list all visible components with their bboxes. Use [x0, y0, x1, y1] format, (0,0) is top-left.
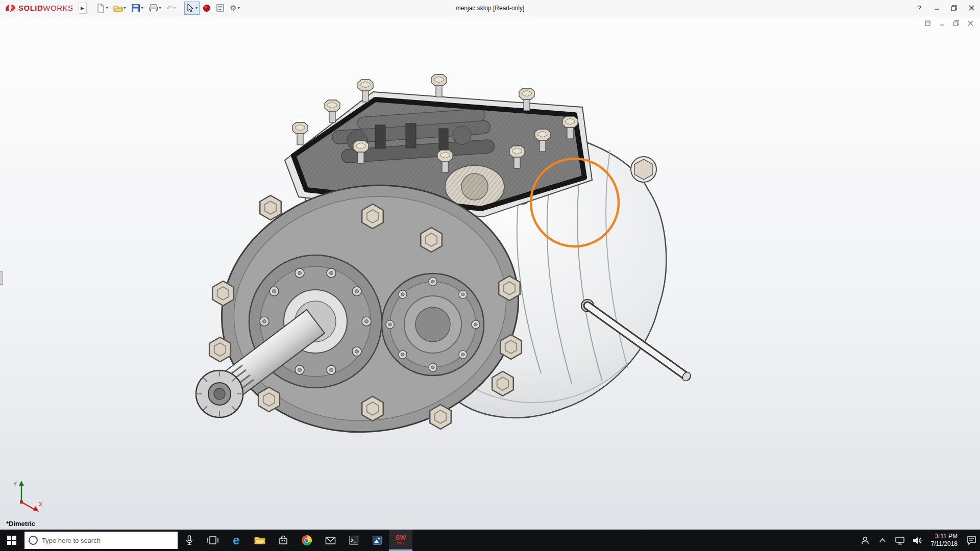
dropdown-caret[interactable]: ▾	[195, 6, 198, 10]
network-icon	[895, 536, 905, 545]
clock-time: 3:11 PM	[935, 533, 958, 540]
triad-x-label: X	[39, 501, 43, 507]
windows-logo-icon	[7, 536, 16, 545]
hidden-icons-button[interactable]	[874, 530, 891, 551]
people-icon	[861, 536, 870, 545]
dropdown-caret[interactable]: ▾	[174, 6, 176, 10]
restore-icon	[951, 5, 957, 11]
restore-button[interactable]	[945, 0, 963, 16]
task-view-icon	[207, 536, 218, 545]
action-center-icon	[967, 536, 976, 545]
dropdown-caret[interactable]: ▾	[159, 6, 161, 10]
select-tool-button[interactable]: ▾	[184, 2, 200, 15]
chrome-icon	[301, 535, 312, 546]
doc-close-icon	[967, 20, 974, 27]
dropdown-caret[interactable]: ▾	[124, 6, 126, 10]
system-tray: 3:11 PM 7/11/2018	[856, 530, 980, 551]
volume-button[interactable]	[909, 530, 926, 551]
new-document-icon	[96, 4, 105, 13]
windows-taskbar: e	[0, 530, 980, 551]
edge-icon: e	[233, 534, 239, 546]
triad-y-label: Y	[13, 481, 17, 487]
close-button[interactable]	[963, 0, 980, 16]
gearbox-assembly-model[interactable]	[0, 16, 980, 530]
chevron-up-icon	[879, 538, 886, 543]
command-prompt-button[interactable]	[342, 530, 365, 551]
photos-button[interactable]	[365, 530, 389, 551]
orientation-label: *Dimetric	[6, 520, 35, 528]
appearance-button[interactable]	[201, 2, 213, 15]
dropdown-caret[interactable]: ▾	[238, 6, 240, 10]
action-center-button[interactable]	[963, 530, 980, 551]
settings-button[interactable]: ⚙ ▾	[228, 2, 241, 15]
people-button[interactable]	[856, 530, 874, 551]
dropdown-caret[interactable]: ▾	[141, 6, 143, 10]
microphone-button[interactable]	[178, 530, 201, 551]
microphone-icon	[185, 535, 193, 545]
save-button[interactable]: ▾	[129, 2, 145, 15]
search-input[interactable]	[42, 537, 174, 544]
clock-date: 7/11/2018	[931, 540, 958, 548]
start-button[interactable]	[0, 530, 23, 551]
edge-button[interactable]: e	[225, 530, 248, 551]
help-button[interactable]: ?	[911, 0, 928, 16]
open-button[interactable]: ▾	[111, 2, 128, 15]
select-cursor-icon	[186, 4, 194, 13]
main-toolbar: ▾ ▾ ▾	[94, 2, 242, 15]
close-icon	[969, 5, 974, 11]
undo-button[interactable]: ↶ ▾	[164, 2, 178, 15]
new-document-button[interactable]: ▾	[94, 2, 110, 15]
orientation-triad: Y X	[9, 480, 45, 513]
title-bar: SOLIDWORKS ▶ ▾ ▾	[0, 0, 980, 16]
graphics-viewport[interactable]: Y X *Dimetric	[0, 16, 980, 530]
save-icon	[131, 4, 140, 13]
mail-button[interactable]	[318, 530, 342, 551]
chrome-button[interactable]	[295, 530, 318, 551]
solidworks-app-icon: SW 2017	[396, 534, 406, 545]
volume-icon	[912, 536, 922, 545]
dropdown-caret[interactable]: ▾	[106, 6, 108, 10]
doc-minimize-icon	[939, 20, 945, 27]
document-window-controls	[923, 18, 975, 28]
minimize-button[interactable]	[928, 0, 945, 16]
doc-minimize-button[interactable]	[937, 18, 946, 28]
minimize-icon	[934, 5, 940, 11]
ds-logo-icon	[4, 4, 16, 13]
print-button[interactable]: ▾	[146, 2, 163, 15]
mail-icon	[325, 536, 336, 545]
solidworks-taskbar-button[interactable]: SW 2017	[389, 530, 412, 551]
file-explorer-button[interactable]	[248, 530, 272, 551]
report-book-icon	[216, 4, 225, 12]
doc-restore-button[interactable]	[951, 18, 961, 28]
top-right-hex-boss	[631, 157, 656, 182]
print-icon	[149, 4, 158, 13]
taskbar-search[interactable]	[24, 532, 178, 549]
gear-icon: ⚙	[230, 4, 236, 12]
solidworks-logo: SOLIDWORKS	[4, 4, 74, 13]
network-button[interactable]	[891, 530, 909, 551]
undo-icon: ↶	[166, 4, 173, 12]
doc-restore-left-button[interactable]	[923, 18, 932, 28]
toolbar-separator	[181, 3, 181, 13]
doc-restore-icon	[953, 20, 960, 27]
store-button[interactable]	[272, 530, 295, 551]
open-folder-icon	[113, 4, 123, 13]
appearance-sphere-icon	[203, 4, 211, 12]
toolbar-flyout-arrow[interactable]: ▶	[79, 3, 87, 14]
task-view-button[interactable]	[201, 530, 225, 551]
doc-restore-left-icon	[924, 20, 931, 27]
store-icon	[278, 535, 288, 545]
solidworks-window: SOLIDWORKS ▶ ▾ ▾	[0, 0, 980, 551]
secondary-cover	[382, 273, 484, 375]
doc-close-button[interactable]	[966, 18, 975, 28]
app-name: SOLIDWORKS	[18, 4, 74, 12]
options-report-button[interactable]	[214, 2, 227, 15]
taskbar-clock[interactable]: 3:11 PM 7/11/2018	[926, 530, 963, 551]
cortana-icon	[29, 536, 38, 545]
file-explorer-icon	[254, 536, 265, 545]
photos-icon	[372, 535, 382, 545]
panel-collapse-handle[interactable]	[0, 271, 3, 285]
command-prompt-icon	[349, 535, 359, 545]
